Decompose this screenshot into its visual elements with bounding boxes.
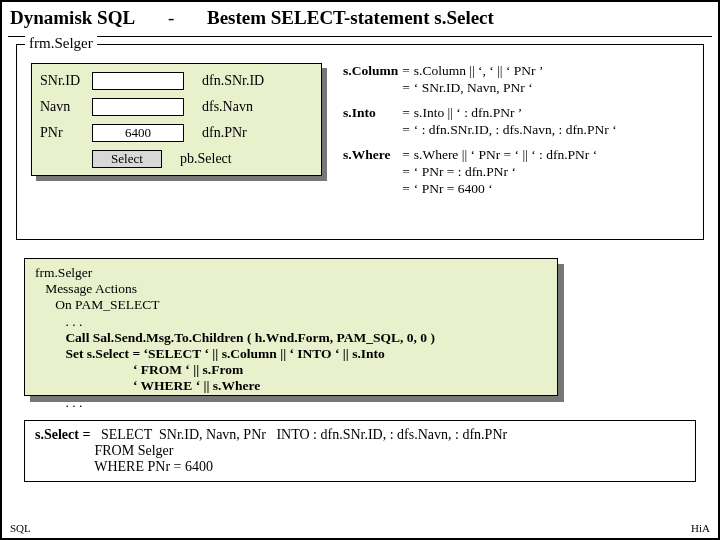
code-line: Set s.Select = ‘SELECT ‘ || s.Column || … (35, 346, 547, 362)
result-panel: s.Select = SELECT SNr.ID, Navn, PNr INTO… (24, 420, 696, 482)
result-line: WHERE PNr = 6400 (35, 459, 685, 475)
field-dfn: dfs.Navn (202, 99, 253, 115)
expr-key: s.Column (343, 63, 402, 80)
select-button[interactable]: Select (92, 150, 162, 168)
field-row: PNr 6400 dfn.PNr (40, 122, 313, 144)
code-line: frm.Selger (35, 265, 547, 281)
expr-line: ‘ PNr = 6400 ‘ (414, 181, 621, 198)
expr-line: ‘ SNr.ID, Navn, PNr ‘ (414, 80, 621, 97)
panel-face: SNr.ID dfn.SNr.ID Navn dfs.Navn PNr 6400… (31, 63, 322, 176)
title-sep: - (168, 7, 174, 29)
expr-line: s.Column || ‘, ‘ || ‘ PNr ’ (414, 63, 621, 80)
field-label: Navn (40, 99, 92, 115)
footer-left: SQL (10, 522, 31, 534)
footer-right: HiA (691, 522, 710, 534)
button-row: Select pb.Select (40, 148, 313, 170)
form-panel: SNr.ID dfn.SNr.ID Navn dfs.Navn PNr 6400… (31, 63, 327, 181)
field-dfn: dfn.PNr (202, 125, 247, 141)
field-label: SNr.ID (40, 73, 92, 89)
field-label: PNr (40, 125, 92, 141)
field-row: Navn dfs.Navn (40, 96, 313, 118)
expr-line: s.Where || ‘ PNr = ‘ || ‘ : dfn.PNr ‘ (414, 147, 621, 164)
expr-table: s.Column=s.Column || ‘, ‘ || ‘ PNr ’ =‘ … (343, 63, 621, 198)
navn-input[interactable] (92, 98, 184, 116)
title-divider (8, 36, 712, 37)
title-left: Dynamisk SQL (10, 7, 135, 29)
snrid-input[interactable] (92, 72, 184, 90)
pnr-input[interactable]: 6400 (92, 124, 184, 142)
slide-title: Dynamisk SQL - Bestem SELECT-statement s… (10, 7, 710, 29)
title-right: Bestem SELECT-statement s.Select (207, 7, 494, 29)
code-panel: frm.Selger Message Actions On PAM_SELECT… (24, 258, 564, 402)
code-line: ‘ WHERE ‘ || s.Where (35, 378, 547, 394)
code-line: Message Actions (35, 281, 547, 297)
expr-key: s.Where (343, 147, 402, 164)
field-row: SNr.ID dfn.SNr.ID (40, 70, 313, 92)
group-caption: frm.Selger (25, 35, 97, 52)
result-line: FROM Selger (35, 443, 685, 459)
expr-key: s.Into (343, 105, 402, 122)
frmselger-group: frm.Selger SNr.ID dfn.SNr.ID Navn dfs.Na… (16, 44, 704, 240)
code-face: frm.Selger Message Actions On PAM_SELECT… (24, 258, 558, 396)
expr-line: s.Into || ‘ : dfn.PNr ’ (414, 105, 621, 122)
field-dfn: dfn.SNr.ID (202, 73, 264, 89)
expr-line: ‘ : dfn.SNr.ID, : dfs.Navn, : dfn.PNr ‘ (414, 122, 621, 139)
slide: Dynamisk SQL - Bestem SELECT-statement s… (0, 0, 720, 540)
code-line: . . . (35, 395, 547, 411)
expr-line: ‘ PNr = : dfn.PNr ‘ (414, 164, 621, 181)
expression-panel: s.Column=s.Column || ‘, ‘ || ‘ PNr ’ =‘ … (343, 63, 693, 218)
code-line: On PAM_SELECT (35, 297, 547, 313)
code-line: ‘ FROM ‘ || s.From (35, 362, 547, 378)
code-line: . . . (35, 314, 547, 330)
result-line: s.Select = SELECT SNr.ID, Navn, PNr INTO… (35, 427, 685, 443)
button-dfn: pb.Select (180, 151, 232, 167)
code-line: Call Sal.Send.Msg.To.Children ( h.Wnd.Fo… (35, 330, 547, 346)
